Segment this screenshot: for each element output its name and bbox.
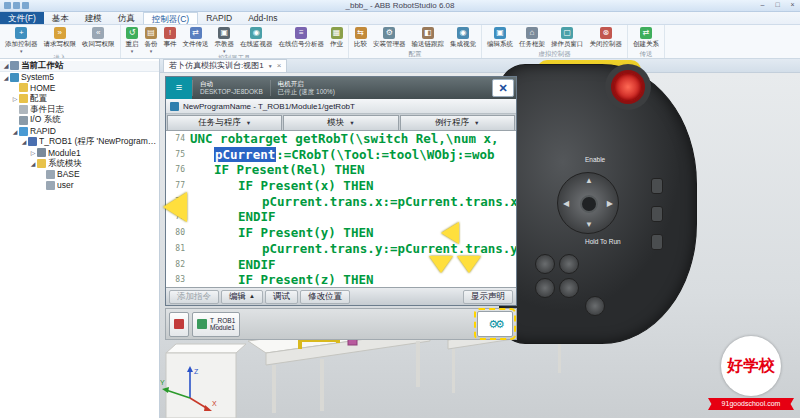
pendant-tab-任务与程序[interactable]: 任务与程序▼: [167, 115, 282, 130]
pendant-button[interactable]: [559, 254, 579, 274]
pendant-menu-添加指令[interactable]: 添加指令: [169, 290, 219, 304]
code-line[interactable]: 81pCurrent.trans.y:=pCurrent.trans.y: [166, 241, 516, 257]
pendant-menu-调试[interactable]: 调试: [265, 290, 298, 304]
joystick-center[interactable]: [580, 195, 598, 213]
code-line[interactable]: 75pCurrent:=CRobT(\Tool:=tool\WObj:=wob: [166, 147, 516, 163]
ribbon-button-添加控制器[interactable]: +添加控制器▾: [2, 26, 41, 54]
maximize-button[interactable]: □: [770, 0, 785, 11]
ribbon-button-收回写权限[interactable]: «收回写权限: [79, 26, 118, 50]
pendant-tab-模块[interactable]: 模块▼: [283, 115, 398, 130]
ribbon-tab-Add-Ins[interactable]: Add-Ins: [240, 12, 285, 24]
joystick-up-icon[interactable]: ▲: [585, 177, 593, 185]
joystick-left-icon[interactable]: ◀: [563, 200, 569, 208]
resize-left-arrow-icon[interactable]: [163, 192, 187, 222]
ribbon-button-安装管理器[interactable]: ⚙安装管理器: [370, 26, 409, 50]
tree-item[interactable]: 事件日志: [0, 104, 159, 115]
code-line[interactable]: 80IF Present(y) THEN: [166, 225, 516, 241]
ribbon: +添加控制器▾»请求写权限«收回写权限进入↺重启▾▤备份▾!事件⇄文件传送▣示教…: [0, 25, 800, 59]
ribbon-button-事件[interactable]: !事件: [161, 26, 180, 50]
pendant-joystick[interactable]: ▲ ▼ ◀ ▶: [557, 172, 619, 234]
joystick-right-icon[interactable]: ▶: [607, 200, 613, 208]
ribbon-button-关闭控制器[interactable]: ⊗关闭控制器: [587, 26, 626, 50]
ribbon-tab-文件(F)[interactable]: 文件(F): [0, 12, 44, 24]
code-line[interactable]: 77IF Present(x) THEN: [166, 178, 516, 194]
quickset-button[interactable]: ⚙⚙: [477, 311, 513, 337]
code-line[interactable]: 79ENDIF: [166, 209, 516, 225]
ribbon-button-在线监视器[interactable]: ◉在线监视器: [237, 26, 276, 50]
ribbon-button-编辑系统[interactable]: ▣编辑系统: [484, 26, 516, 50]
ribbon-button-请求写权限[interactable]: »请求写权限: [41, 26, 80, 50]
emergency-stop-button[interactable]: [605, 64, 651, 110]
save-icon[interactable]: [4, 2, 11, 9]
pendant-menu-显示声明[interactable]: 显示声明: [463, 290, 513, 304]
pendant-tab-例行程序[interactable]: 例行程序▼: [400, 115, 515, 130]
ribbon-button-重启[interactable]: ↺重启▾: [123, 26, 142, 54]
release-write-icon: «: [92, 27, 104, 39]
ribbon-button-label: 任务框架: [519, 40, 545, 49]
ribbon-button-集成视觉[interactable]: ◉集成视觉: [447, 26, 479, 50]
axis-z-label: Z: [194, 368, 199, 375]
chevron-down-icon: ▼: [246, 120, 251, 126]
tree-item[interactable]: ◢T_ROB1 (程序 'NewProgramNam: [0, 137, 159, 148]
tree-item[interactable]: ◢当前工作站: [0, 61, 159, 72]
undo-icon[interactable]: [13, 2, 20, 9]
graphics-viewport[interactable]: 若卜仿真模拟实训台:视图1 ▼ ×: [160, 59, 800, 418]
taskbar-chip[interactable]: T_ROB1Module1: [192, 312, 240, 337]
ribbon-button-作业[interactable]: ▦作业: [327, 26, 346, 50]
ribbon-button-创建关系[interactable]: ⇄创建关系: [630, 26, 662, 50]
compare-icon: ⇆: [355, 27, 367, 39]
tree-item[interactable]: ◢RAPID: [0, 126, 159, 137]
pendant-button[interactable]: [535, 278, 555, 298]
pendant-menu-label: 编辑: [229, 290, 246, 303]
window-title: _bbb_ - ABB RobotStudio 6.08: [0, 1, 800, 10]
module-lock-icon: [46, 170, 55, 179]
pendant-hard-button[interactable]: [651, 178, 663, 194]
close-button[interactable]: ×: [785, 0, 800, 11]
tree-item[interactable]: ◢System5: [0, 72, 159, 83]
pendant-menu-修改位置[interactable]: 修改位置: [300, 290, 350, 304]
tree-item[interactable]: BASE: [0, 169, 159, 180]
resize-down-arrow-icon[interactable]: [429, 256, 453, 273]
ribbon-button-输送链跟踪[interactable]: ◧输送链跟踪: [409, 26, 448, 50]
tree-item[interactable]: user: [0, 180, 159, 191]
program-icon: [170, 102, 179, 111]
abb-menu-icon[interactable]: ≡: [166, 77, 192, 99]
tree-item[interactable]: ◢系统模块: [0, 158, 159, 169]
ribbon-tab-建模[interactable]: 建模: [77, 12, 110, 24]
ribbon-button-备份[interactable]: ▤备份▾: [142, 26, 161, 54]
chevron-down-icon: ▾: [131, 49, 134, 53]
tree-item[interactable]: ▷Module1: [0, 147, 159, 158]
tree-item[interactable]: HOME: [0, 83, 159, 94]
ribbon-tab-基本[interactable]: 基本: [44, 12, 77, 24]
redo-icon[interactable]: [22, 2, 29, 9]
ribbon-button-任务框架[interactable]: ⌂任务框架: [516, 26, 548, 50]
ribbon-button-比较[interactable]: ⇆比较: [351, 26, 370, 50]
ribbon-button-操作员窗口[interactable]: ▢操作员窗口: [548, 26, 587, 50]
ribbon-button-文件传送[interactable]: ⇄文件传送: [180, 26, 212, 50]
minimize-button[interactable]: –: [755, 0, 770, 11]
code-line[interactable]: 76IF Present(Rel) THEN: [166, 162, 516, 178]
tree-item[interactable]: I/O 系统: [0, 115, 159, 126]
taskbar-chip[interactable]: [169, 312, 189, 337]
pendant-hard-button[interactable]: [651, 206, 663, 222]
code-line[interactable]: 74UNC robtarget getRobT(\switch Rel,\num…: [166, 131, 516, 147]
code-line[interactable]: 83IF Present(z) THEN: [166, 272, 516, 287]
pendant-menu-编辑[interactable]: 编辑▲: [221, 290, 263, 304]
pendant-hard-button[interactable]: [651, 234, 663, 250]
pendant-button[interactable]: [585, 296, 605, 316]
resize-left-arrow-icon[interactable]: [441, 222, 459, 244]
ribbon-tab-仿真[interactable]: 仿真: [110, 12, 143, 24]
code-line[interactable]: 78pCurrent.trans.x:=pCurrent.trans.x+: [166, 194, 516, 210]
pendant-button[interactable]: [535, 254, 555, 274]
ribbon-tab-控制器(C)[interactable]: 控制器(C): [143, 12, 198, 24]
tree-item[interactable]: ▷配置: [0, 93, 159, 104]
resize-down-arrow-icon[interactable]: [457, 256, 481, 273]
ribbon-button-在线信号分析器[interactable]: ≡在线信号分析器: [276, 26, 328, 50]
ribbon-button-示教器[interactable]: ▣示教器▾: [212, 26, 238, 54]
pendant-menu-label: 调试: [273, 290, 290, 303]
joystick-down-icon[interactable]: ▼: [585, 221, 593, 229]
pendant-close-icon[interactable]: ✕: [492, 79, 514, 97]
ribbon-tab-RAPID[interactable]: RAPID: [198, 12, 240, 24]
config-icon: [19, 94, 28, 103]
pendant-button[interactable]: [559, 278, 579, 298]
